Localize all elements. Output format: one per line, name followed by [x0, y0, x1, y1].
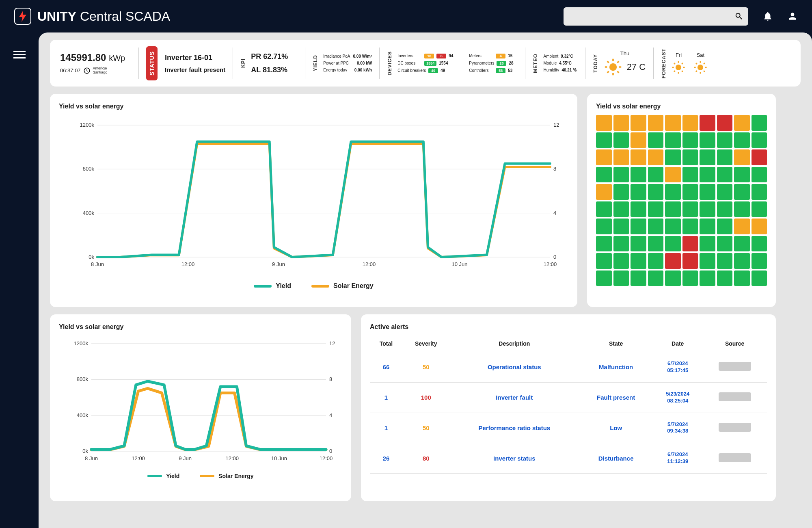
- heatmap-cell[interactable]: [596, 149, 612, 165]
- heatmap-cell[interactable]: [682, 132, 698, 148]
- heatmap-cell[interactable]: [682, 219, 698, 234]
- heatmap-cell[interactable]: [682, 115, 698, 131]
- heatmap-cell[interactable]: [734, 236, 750, 252]
- heatmap-cell[interactable]: [665, 253, 681, 269]
- heatmap-cell[interactable]: [734, 219, 750, 234]
- heatmap-cell[interactable]: [596, 219, 612, 234]
- heatmap-cell[interactable]: [631, 253, 646, 269]
- heatmap-cell[interactable]: [717, 184, 733, 200]
- heatmap-cell[interactable]: [717, 201, 733, 217]
- heatmap-cell[interactable]: [665, 167, 681, 183]
- alert-row[interactable]: 1 50 Performance ratio status Low 5/7/20…: [370, 413, 767, 443]
- heatmap-cell[interactable]: [682, 149, 698, 165]
- heatmap-cell[interactable]: [631, 236, 646, 252]
- heatmap-cell[interactable]: [648, 236, 664, 252]
- heatmap-cell[interactable]: [717, 253, 733, 269]
- heatmap-cell[interactable]: [700, 253, 715, 269]
- heatmap-cell[interactable]: [682, 167, 698, 183]
- heatmap-cell[interactable]: [734, 184, 750, 200]
- heatmap-cell[interactable]: [734, 270, 750, 286]
- heatmap-cell[interactable]: [734, 253, 750, 269]
- search-box[interactable]: [564, 7, 748, 26]
- heatmap-cell[interactable]: [596, 132, 612, 148]
- heatmap-cell[interactable]: [682, 270, 698, 286]
- bell-icon[interactable]: [762, 11, 773, 22]
- heatmap-cell[interactable]: [648, 253, 664, 269]
- heatmap-cell[interactable]: [631, 115, 646, 131]
- heatmap-cell[interactable]: [734, 132, 750, 148]
- heatmap-cell[interactable]: [648, 219, 664, 234]
- heatmap-cell[interactable]: [700, 219, 715, 234]
- heatmap-cell[interactable]: [665, 270, 681, 286]
- heatmap-cell[interactable]: [613, 115, 629, 131]
- heatmap-cell[interactable]: [596, 167, 612, 183]
- heatmap-cell[interactable]: [631, 270, 646, 286]
- heatmap-cell[interactable]: [665, 149, 681, 165]
- heatmap-cell[interactable]: [631, 167, 646, 183]
- heatmap-cell[interactable]: [734, 115, 750, 131]
- heatmap-cell[interactable]: [596, 253, 612, 269]
- heatmap-cell[interactable]: [613, 270, 629, 286]
- heatmap-cell[interactable]: [631, 219, 646, 234]
- heatmap-cell[interactable]: [734, 167, 750, 183]
- heatmap-cell[interactable]: [613, 253, 629, 269]
- heatmap-cell[interactable]: [631, 149, 646, 165]
- heatmap-cell[interactable]: [596, 201, 612, 217]
- heatmap-cell[interactable]: [631, 184, 646, 200]
- heatmap-cell[interactable]: [752, 270, 767, 286]
- heatmap-cell[interactable]: [734, 149, 750, 165]
- heatmap-cell[interactable]: [717, 270, 733, 286]
- heatmap-cell[interactable]: [717, 236, 733, 252]
- search-icon[interactable]: [734, 12, 743, 21]
- heatmap-cell[interactable]: [752, 132, 767, 148]
- heatmap-cell[interactable]: [752, 253, 767, 269]
- heatmap-cell[interactable]: [613, 149, 629, 165]
- heatmap-cell[interactable]: [631, 132, 646, 148]
- heatmap-cell[interactable]: [752, 149, 767, 165]
- heatmap-cell[interactable]: [613, 236, 629, 252]
- user-icon[interactable]: [787, 11, 798, 22]
- heatmap-cell[interactable]: [648, 184, 664, 200]
- heatmap-cell[interactable]: [648, 132, 664, 148]
- heatmap-cell[interactable]: [717, 219, 733, 234]
- heatmap-cell[interactable]: [717, 115, 733, 131]
- heatmap-cell[interactable]: [752, 115, 767, 131]
- heatmap-cell[interactable]: [682, 236, 698, 252]
- heatmap-cell[interactable]: [717, 132, 733, 148]
- alert-row[interactable]: 26 80 Inverter status Disturbance 6/7/20…: [370, 443, 767, 474]
- heatmap-cell[interactable]: [717, 167, 733, 183]
- heatmap-cell[interactable]: [665, 236, 681, 252]
- heatmap-cell[interactable]: [682, 184, 698, 200]
- heatmap-cell[interactable]: [682, 201, 698, 217]
- heatmap-cell[interactable]: [682, 253, 698, 269]
- heatmap-cell[interactable]: [700, 149, 715, 165]
- heatmap-cell[interactable]: [596, 184, 612, 200]
- alert-row[interactable]: 66 50 Operational status Malfunction 6/7…: [370, 352, 767, 383]
- heatmap-cell[interactable]: [613, 219, 629, 234]
- heatmap-cell[interactable]: [613, 201, 629, 217]
- heatmap-cell[interactable]: [700, 184, 715, 200]
- heatmap-cell[interactable]: [631, 201, 646, 217]
- heatmap-cell[interactable]: [648, 167, 664, 183]
- search-input[interactable]: [568, 13, 734, 20]
- heatmap-cell[interactable]: [596, 115, 612, 131]
- heatmap-cell[interactable]: [700, 236, 715, 252]
- heatmap-cell[interactable]: [648, 149, 664, 165]
- heatmap-cell[interactable]: [752, 184, 767, 200]
- menu-button[interactable]: [13, 51, 26, 528]
- heatmap-cell[interactable]: [700, 201, 715, 217]
- heatmap-cell[interactable]: [700, 167, 715, 183]
- heatmap-cell[interactable]: [648, 201, 664, 217]
- heatmap-cell[interactable]: [665, 115, 681, 131]
- heatmap-cell[interactable]: [717, 149, 733, 165]
- heatmap-cell[interactable]: [596, 270, 612, 286]
- heatmap-cell[interactable]: [665, 219, 681, 234]
- heatmap-cell[interactable]: [752, 167, 767, 183]
- heatmap-cell[interactable]: [752, 219, 767, 234]
- heatmap-cell[interactable]: [700, 115, 715, 131]
- heatmap-cell[interactable]: [613, 132, 629, 148]
- heatmap-cell[interactable]: [700, 270, 715, 286]
- heatmap-cell[interactable]: [700, 132, 715, 148]
- heatmap-cell[interactable]: [648, 270, 664, 286]
- heatmap-cell[interactable]: [613, 167, 629, 183]
